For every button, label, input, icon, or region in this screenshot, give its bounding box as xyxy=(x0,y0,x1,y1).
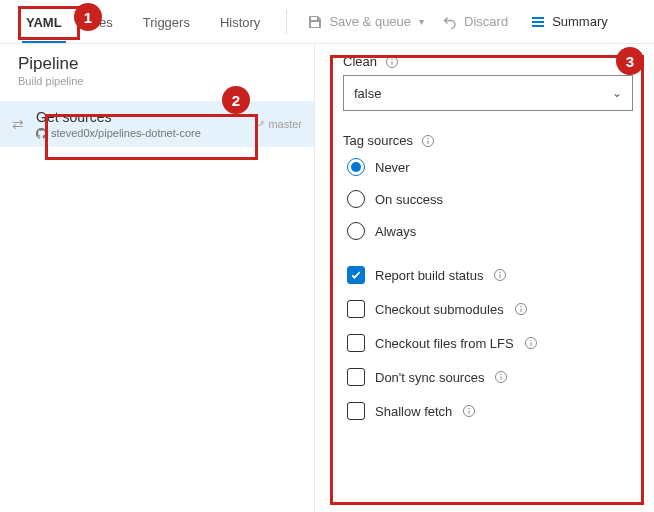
clean-label-text: Clean xyxy=(343,54,377,69)
svg-point-7 xyxy=(391,58,392,59)
discard-label: Discard xyxy=(464,14,508,29)
info-icon[interactable] xyxy=(514,302,528,316)
pipeline-subtitle: Build pipeline xyxy=(18,75,300,87)
right-panel: Clean false ⌄ Tag sources Never On succe… xyxy=(315,44,654,512)
radio-always[interactable] xyxy=(347,222,365,240)
svg-point-9 xyxy=(427,137,428,138)
repo-path: steved0x/pipelines-dotnet-core xyxy=(51,127,201,139)
undo-icon xyxy=(442,14,458,30)
radio-on-success-label: On success xyxy=(375,192,443,207)
svg-point-19 xyxy=(469,408,470,409)
toolbar-separator xyxy=(286,10,287,34)
get-sources-row[interactable]: ⇄ Get sources steved0x/pipelines-dotnet-… xyxy=(0,101,314,147)
checkbox-dont-sync-sources-label: Don't sync sources xyxy=(375,370,484,385)
info-icon[interactable] xyxy=(385,55,399,69)
checkbox-checkout-submodules-label: Checkout submodules xyxy=(375,302,504,317)
tab-triggers[interactable]: Triggers xyxy=(129,6,204,38)
main-content: Pipeline Build pipeline ⇄ Get sources st… xyxy=(0,44,654,512)
checkbox-shallow-fetch-label: Shallow fetch xyxy=(375,404,452,419)
branch-indicator: master xyxy=(254,118,306,130)
checkbox-checkout-lfs[interactable] xyxy=(347,334,365,352)
chevron-down-icon: ⌄ xyxy=(612,86,622,100)
info-icon[interactable] xyxy=(462,404,476,418)
checkbox-report-build-status-label: Report build status xyxy=(375,268,483,283)
pipeline-header[interactable]: Pipeline Build pipeline xyxy=(0,44,314,101)
callout-marker-1: 1 xyxy=(74,3,102,31)
info-icon[interactable] xyxy=(493,268,507,282)
save-queue-label: Save & queue xyxy=(329,14,411,29)
checkbox-checkout-submodules[interactable] xyxy=(347,300,365,318)
branch-name: master xyxy=(268,118,302,130)
callout-marker-2: 2 xyxy=(222,86,250,114)
info-icon[interactable] xyxy=(421,134,435,148)
summary-button[interactable]: Summary xyxy=(522,8,616,36)
svg-rect-1 xyxy=(532,21,544,23)
branch-icon xyxy=(254,119,265,130)
checkbox-checkout-lfs-label: Checkout files from LFS xyxy=(375,336,514,351)
info-icon[interactable] xyxy=(524,336,538,350)
radio-always-label: Always xyxy=(375,224,416,239)
tag-sources-label-text: Tag sources xyxy=(343,133,413,148)
chevron-down-icon: ▾ xyxy=(419,16,424,27)
checkbox-report-build-status[interactable] xyxy=(347,266,365,284)
github-icon xyxy=(36,128,47,139)
radio-on-success[interactable] xyxy=(347,190,365,208)
save-queue-button[interactable]: Save & queue ▾ xyxy=(299,8,432,36)
get-sources-title: Get sources xyxy=(36,109,246,125)
checkbox-dont-sync-sources[interactable] xyxy=(347,368,365,386)
radio-never-label: Never xyxy=(375,160,410,175)
left-panel: Pipeline Build pipeline ⇄ Get sources st… xyxy=(0,44,315,512)
svg-point-13 xyxy=(520,306,521,307)
svg-point-5 xyxy=(262,121,264,123)
svg-point-11 xyxy=(500,272,501,273)
tag-sources-label: Tag sources xyxy=(343,133,640,148)
svg-point-17 xyxy=(501,374,502,375)
tab-history[interactable]: History xyxy=(206,6,274,38)
svg-point-4 xyxy=(256,126,258,128)
save-icon xyxy=(307,14,323,30)
tab-yaml[interactable]: YAML xyxy=(12,6,76,38)
radio-never[interactable] xyxy=(347,158,365,176)
svg-point-3 xyxy=(256,119,258,121)
list-icon xyxy=(530,14,546,30)
svg-point-15 xyxy=(530,340,531,341)
clean-select[interactable]: false ⌄ xyxy=(343,75,633,111)
checkbox-shallow-fetch[interactable] xyxy=(347,402,365,420)
svg-rect-2 xyxy=(532,25,544,27)
svg-rect-0 xyxy=(532,17,544,19)
clean-value: false xyxy=(354,86,381,101)
info-icon[interactable] xyxy=(494,370,508,384)
summary-label: Summary xyxy=(552,14,608,29)
discard-button[interactable]: Discard xyxy=(434,8,516,36)
pipeline-title: Pipeline xyxy=(18,54,300,74)
callout-marker-3: 3 xyxy=(616,47,644,75)
clean-label: Clean xyxy=(343,54,640,69)
drag-handle-icon: ⇄ xyxy=(8,116,28,132)
check-icon xyxy=(350,269,362,281)
